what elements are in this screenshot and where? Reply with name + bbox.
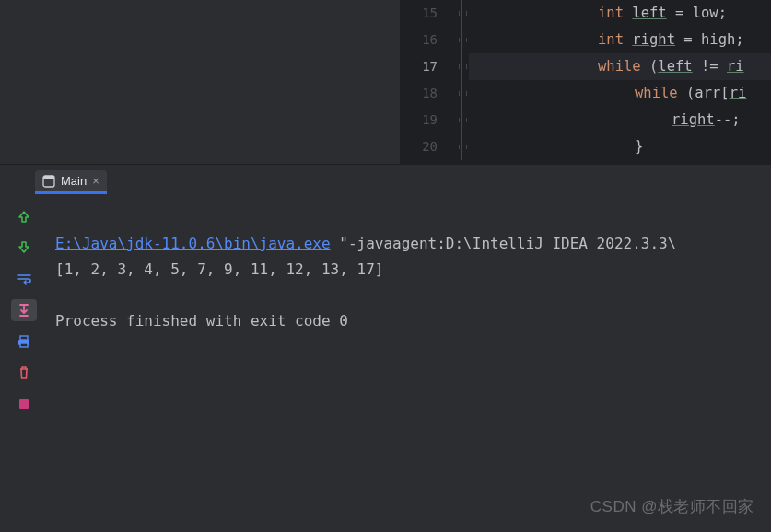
fold-mark[interactable] — [454, 80, 469, 107]
fold-mark[interactable] — [454, 27, 469, 53]
fold-mark[interactable] — [454, 53, 469, 80]
run-tab-bar: Main × — [35, 170, 107, 194]
java-exe-link[interactable]: E:\Java\jdk-11.0.6\bin\java.exe — [55, 235, 331, 252]
code-line[interactable]: while (left != ri — [469, 53, 771, 80]
editor-area: 151617181920 int left = low;int right = … — [0, 0, 771, 164]
run-tab-main[interactable]: Main × — [35, 170, 107, 194]
code-line[interactable]: } — [469, 133, 771, 160]
code-line[interactable]: right--; — [469, 107, 771, 133]
run-tab-label: Main — [61, 174, 87, 188]
editor-blank-left — [0, 0, 401, 164]
run-tool-window: Main × E:\Java\jdk-11.0.6\bin\java.exe "… — [0, 164, 771, 532]
soft-wrap-icon[interactable] — [11, 268, 37, 290]
clear-icon[interactable] — [11, 362, 37, 384]
code-line[interactable]: int right = high; — [469, 27, 771, 53]
code-line[interactable]: while (arr[ri — [469, 80, 771, 107]
code-line[interactable]: int left = low; — [469, 0, 771, 27]
line-number[interactable]: 20 — [401, 133, 454, 160]
fold-mark[interactable] — [454, 107, 469, 133]
console-line-finish: Process finished with exit code 0 — [55, 312, 348, 330]
code-editor[interactable]: int left = low;int right = high;while (l… — [469, 0, 771, 164]
stop-icon[interactable] — [11, 393, 37, 415]
fold-mark[interactable] — [454, 0, 469, 27]
arrow-up-icon[interactable] — [11, 205, 37, 227]
console-line-output: [1, 2, 3, 4, 5, 7, 9, 11, 12, 13, 17] — [55, 260, 383, 278]
line-number[interactable]: 18 — [401, 80, 454, 107]
fold-mark[interactable] — [454, 133, 469, 160]
fold-gutter[interactable] — [454, 0, 469, 164]
svg-rect-4 — [20, 343, 28, 347]
scroll-to-end-icon[interactable] — [11, 299, 37, 321]
line-number[interactable]: 15 — [401, 0, 454, 27]
close-icon[interactable]: × — [92, 174, 99, 188]
svg-rect-5 — [19, 399, 29, 409]
java-args: "-javaagent:D:\IntelliJ IDEA 2022.3.3\ — [331, 235, 677, 252]
run-side-toolbar — [0, 198, 48, 415]
line-number[interactable]: 17 — [401, 53, 454, 80]
watermark: CSDN @栈老师不回家 — [590, 496, 754, 517]
svg-rect-2 — [20, 336, 28, 340]
line-number[interactable]: 16 — [401, 27, 454, 53]
print-icon[interactable] — [11, 330, 37, 353]
line-number-gutter[interactable]: 151617181920 — [401, 0, 454, 164]
application-icon — [42, 175, 55, 188]
svg-rect-1 — [43, 176, 54, 179]
console-output[interactable]: E:\Java\jdk-11.0.6\bin\java.exe "-javaag… — [55, 205, 771, 360]
arrow-down-icon[interactable] — [11, 237, 37, 259]
line-number[interactable]: 19 — [401, 107, 454, 133]
